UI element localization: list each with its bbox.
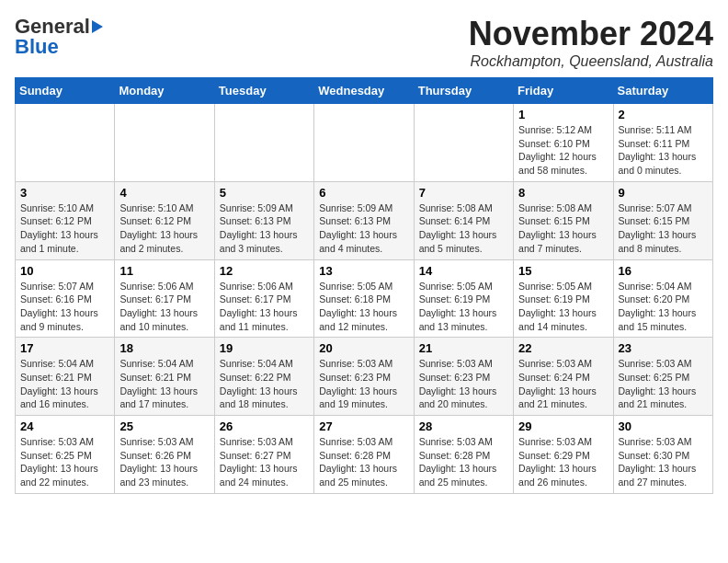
table-row bbox=[314, 104, 414, 182]
table-row: 17Sunrise: 5:04 AM Sunset: 6:21 PM Dayli… bbox=[16, 338, 115, 416]
table-row: 23Sunrise: 5:03 AM Sunset: 6:25 PM Dayli… bbox=[613, 338, 712, 416]
table-row: 7Sunrise: 5:08 AM Sunset: 6:14 PM Daylig… bbox=[414, 181, 513, 259]
day-number: 15 bbox=[518, 264, 608, 278]
day-info: Sunrise: 5:05 AM Sunset: 6:19 PM Dayligh… bbox=[419, 280, 508, 334]
day-info: Sunrise: 5:04 AM Sunset: 6:20 PM Dayligh… bbox=[619, 280, 708, 334]
day-number: 25 bbox=[119, 419, 209, 433]
day-number: 18 bbox=[119, 341, 209, 355]
day-number: 23 bbox=[619, 341, 708, 355]
day-info: Sunrise: 5:03 AM Sunset: 6:26 PM Dayligh… bbox=[119, 435, 209, 489]
day-number: 20 bbox=[319, 341, 408, 355]
day-info: Sunrise: 5:03 AM Sunset: 6:24 PM Dayligh… bbox=[518, 357, 608, 411]
day-number: 2 bbox=[619, 108, 708, 121]
day-number: 22 bbox=[518, 341, 608, 355]
day-info: Sunrise: 5:09 AM Sunset: 6:13 PM Dayligh… bbox=[319, 201, 408, 256]
day-info: Sunrise: 5:03 AM Sunset: 6:28 PM Dayligh… bbox=[419, 435, 508, 489]
table-row: 15Sunrise: 5:05 AM Sunset: 6:19 PM Dayli… bbox=[514, 259, 613, 338]
table-row: 11Sunrise: 5:06 AM Sunset: 6:17 PM Dayli… bbox=[115, 259, 214, 338]
day-info: Sunrise: 5:03 AM Sunset: 6:25 PM Dayligh… bbox=[619, 357, 708, 411]
col-header-wednesday: Wednesday bbox=[314, 78, 414, 104]
table-row: 25Sunrise: 5:03 AM Sunset: 6:26 PM Dayli… bbox=[115, 416, 214, 494]
day-number: 10 bbox=[20, 264, 109, 278]
day-info: Sunrise: 5:12 AM Sunset: 6:10 PM Dayligh… bbox=[518, 123, 608, 178]
logo-blue: Blue bbox=[15, 35, 59, 59]
day-number: 13 bbox=[319, 264, 408, 278]
page-header: General Blue November 2024 Rockhampton, … bbox=[15, 15, 713, 70]
day-number: 11 bbox=[119, 264, 209, 278]
table-row bbox=[214, 104, 313, 182]
table-row: 8Sunrise: 5:08 AM Sunset: 6:15 PM Daylig… bbox=[514, 181, 613, 259]
day-number: 26 bbox=[220, 419, 309, 433]
day-number: 30 bbox=[619, 419, 708, 433]
day-number: 5 bbox=[220, 186, 309, 200]
day-number: 24 bbox=[20, 419, 109, 433]
table-row: 16Sunrise: 5:04 AM Sunset: 6:20 PM Dayli… bbox=[613, 259, 712, 338]
table-row bbox=[115, 104, 214, 182]
title-block: November 2024 Rockhampton, Queensland, A… bbox=[469, 15, 713, 70]
day-info: Sunrise: 5:08 AM Sunset: 6:14 PM Dayligh… bbox=[419, 201, 508, 256]
day-info: Sunrise: 5:03 AM Sunset: 6:23 PM Dayligh… bbox=[419, 357, 508, 411]
table-row: 14Sunrise: 5:05 AM Sunset: 6:19 PM Dayli… bbox=[414, 259, 513, 338]
logo: General Blue bbox=[15, 15, 105, 59]
day-info: Sunrise: 5:05 AM Sunset: 6:19 PM Dayligh… bbox=[518, 280, 608, 334]
day-number: 17 bbox=[20, 341, 109, 355]
table-row: 20Sunrise: 5:03 AM Sunset: 6:23 PM Dayli… bbox=[314, 338, 414, 416]
day-info: Sunrise: 5:07 AM Sunset: 6:15 PM Dayligh… bbox=[619, 201, 708, 256]
col-header-friday: Friday bbox=[514, 78, 613, 104]
day-number: 9 bbox=[619, 186, 708, 200]
table-row: 13Sunrise: 5:05 AM Sunset: 6:18 PM Dayli… bbox=[314, 259, 414, 338]
day-info: Sunrise: 5:04 AM Sunset: 6:21 PM Dayligh… bbox=[119, 357, 209, 411]
day-number: 1 bbox=[518, 108, 608, 121]
location: Rockhampton, Queensland, Australia bbox=[469, 53, 713, 70]
day-number: 3 bbox=[20, 186, 109, 200]
day-info: Sunrise: 5:05 AM Sunset: 6:18 PM Dayligh… bbox=[319, 280, 408, 334]
day-number: 12 bbox=[220, 264, 309, 278]
col-header-thursday: Thursday bbox=[414, 78, 513, 104]
day-number: 8 bbox=[518, 186, 608, 200]
day-info: Sunrise: 5:09 AM Sunset: 6:13 PM Dayligh… bbox=[220, 201, 309, 256]
table-row: 10Sunrise: 5:07 AM Sunset: 6:16 PM Dayli… bbox=[16, 259, 115, 338]
table-row: 28Sunrise: 5:03 AM Sunset: 6:28 PM Dayli… bbox=[414, 416, 513, 494]
table-row: 18Sunrise: 5:04 AM Sunset: 6:21 PM Dayli… bbox=[115, 338, 214, 416]
table-row: 26Sunrise: 5:03 AM Sunset: 6:27 PM Dayli… bbox=[214, 416, 313, 494]
day-info: Sunrise: 5:10 AM Sunset: 6:12 PM Dayligh… bbox=[119, 201, 209, 256]
table-row: 27Sunrise: 5:03 AM Sunset: 6:28 PM Dayli… bbox=[314, 416, 414, 494]
day-number: 21 bbox=[419, 341, 508, 355]
day-info: Sunrise: 5:04 AM Sunset: 6:21 PM Dayligh… bbox=[20, 357, 109, 411]
month-title: November 2024 bbox=[469, 15, 713, 53]
table-row: 12Sunrise: 5:06 AM Sunset: 6:17 PM Dayli… bbox=[214, 259, 313, 338]
day-info: Sunrise: 5:03 AM Sunset: 6:29 PM Dayligh… bbox=[518, 435, 608, 489]
table-row: 3Sunrise: 5:10 AM Sunset: 6:12 PM Daylig… bbox=[16, 181, 115, 259]
day-info: Sunrise: 5:10 AM Sunset: 6:12 PM Dayligh… bbox=[20, 201, 109, 256]
day-info: Sunrise: 5:03 AM Sunset: 6:25 PM Dayligh… bbox=[20, 435, 109, 489]
col-header-saturday: Saturday bbox=[613, 78, 712, 104]
table-row: 29Sunrise: 5:03 AM Sunset: 6:29 PM Dayli… bbox=[514, 416, 613, 494]
col-header-tuesday: Tuesday bbox=[214, 78, 313, 104]
table-row: 1Sunrise: 5:12 AM Sunset: 6:10 PM Daylig… bbox=[514, 104, 613, 182]
table-row: 6Sunrise: 5:09 AM Sunset: 6:13 PM Daylig… bbox=[314, 181, 414, 259]
day-number: 27 bbox=[319, 419, 408, 433]
table-row: 2Sunrise: 5:11 AM Sunset: 6:11 PM Daylig… bbox=[613, 104, 712, 182]
day-info: Sunrise: 5:03 AM Sunset: 6:30 PM Dayligh… bbox=[619, 435, 708, 489]
day-number: 29 bbox=[518, 419, 608, 433]
day-info: Sunrise: 5:07 AM Sunset: 6:16 PM Dayligh… bbox=[20, 280, 109, 334]
day-info: Sunrise: 5:08 AM Sunset: 6:15 PM Dayligh… bbox=[518, 201, 608, 256]
day-number: 14 bbox=[419, 264, 508, 278]
day-info: Sunrise: 5:06 AM Sunset: 6:17 PM Dayligh… bbox=[119, 280, 209, 334]
table-row bbox=[414, 104, 513, 182]
table-row: 9Sunrise: 5:07 AM Sunset: 6:15 PM Daylig… bbox=[613, 181, 712, 259]
day-number: 16 bbox=[619, 264, 708, 278]
col-header-sunday: Sunday bbox=[16, 78, 115, 104]
table-row: 22Sunrise: 5:03 AM Sunset: 6:24 PM Dayli… bbox=[514, 338, 613, 416]
day-number: 4 bbox=[119, 186, 209, 200]
day-info: Sunrise: 5:03 AM Sunset: 6:28 PM Dayligh… bbox=[319, 435, 408, 489]
calendar-table: SundayMondayTuesdayWednesdayThursdayFrid… bbox=[15, 77, 713, 494]
table-row: 5Sunrise: 5:09 AM Sunset: 6:13 PM Daylig… bbox=[214, 181, 313, 259]
day-info: Sunrise: 5:11 AM Sunset: 6:11 PM Dayligh… bbox=[619, 123, 708, 178]
col-header-monday: Monday bbox=[115, 78, 214, 104]
day-number: 28 bbox=[419, 419, 508, 433]
table-row: 21Sunrise: 5:03 AM Sunset: 6:23 PM Dayli… bbox=[414, 338, 513, 416]
day-number: 7 bbox=[419, 186, 508, 200]
day-number: 19 bbox=[220, 341, 309, 355]
table-row: 30Sunrise: 5:03 AM Sunset: 6:30 PM Dayli… bbox=[613, 416, 712, 494]
